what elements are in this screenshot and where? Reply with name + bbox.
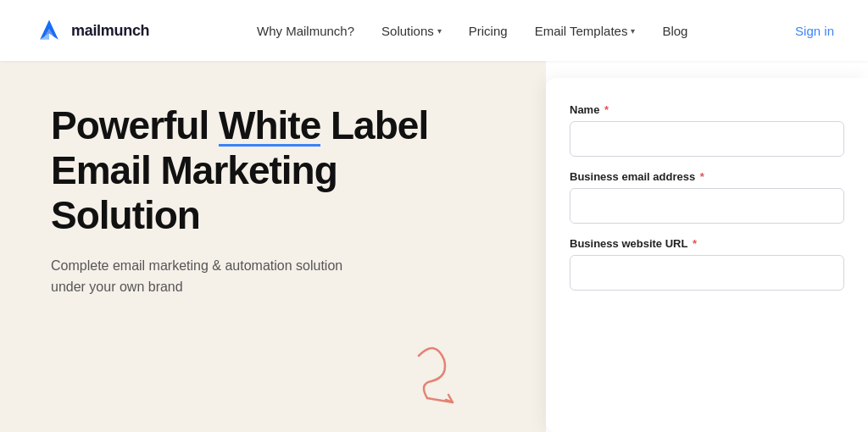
website-required-mark: * — [689, 237, 697, 250]
navbar: mailmunch Why Mailmunch? Solutions ▾ Pri… — [0, 0, 868, 61]
hero-section: Powerful White Label Email Marketing Sol… — [0, 61, 868, 432]
nav-email-templates[interactable]: Email Templates ▾ — [535, 24, 636, 38]
logo[interactable]: mailmunch — [34, 15, 149, 46]
sign-in-link[interactable]: Sign in — [795, 24, 834, 38]
solutions-chevron-icon: ▾ — [437, 26, 442, 36]
name-input[interactable] — [570, 121, 844, 157]
hero-left: Powerful White Label Email Marketing Sol… — [0, 61, 546, 432]
deco-arrow-icon — [393, 330, 478, 415]
name-label: Name * — [570, 103, 844, 116]
nav-pricing[interactable]: Pricing — [469, 24, 508, 38]
nav-links: Why Mailmunch? Solutions ▾ Pricing Email… — [257, 24, 687, 38]
hero-subtitle: Complete email marketing & automation so… — [51, 255, 373, 298]
email-input[interactable] — [570, 188, 844, 224]
email-templates-chevron-icon: ▾ — [631, 26, 635, 36]
hero-title-underline-word: White — [219, 103, 320, 148]
nav-why-mailmunch[interactable]: Why Mailmunch? — [257, 24, 354, 38]
hero-title: Powerful White Label Email Marketing Sol… — [51, 103, 504, 238]
nav-solutions[interactable]: Solutions ▾ — [381, 24, 442, 38]
nav-right: Sign in — [795, 24, 834, 38]
email-label: Business email address * — [570, 170, 844, 183]
logo-icon — [34, 15, 64, 46]
name-field-group: Name * — [570, 103, 844, 157]
email-required-mark: * — [697, 170, 704, 183]
name-required-mark: * — [601, 103, 609, 116]
signup-form-panel: Name * Business email address * Business… — [546, 78, 868, 432]
logo-text: mailmunch — [71, 22, 149, 40]
email-field-group: Business email address * — [570, 170, 844, 224]
website-label: Business website URL * — [570, 237, 844, 250]
website-input[interactable] — [570, 255, 844, 291]
nav-blog[interactable]: Blog — [662, 24, 687, 38]
website-field-group: Business website URL * — [570, 237, 844, 291]
